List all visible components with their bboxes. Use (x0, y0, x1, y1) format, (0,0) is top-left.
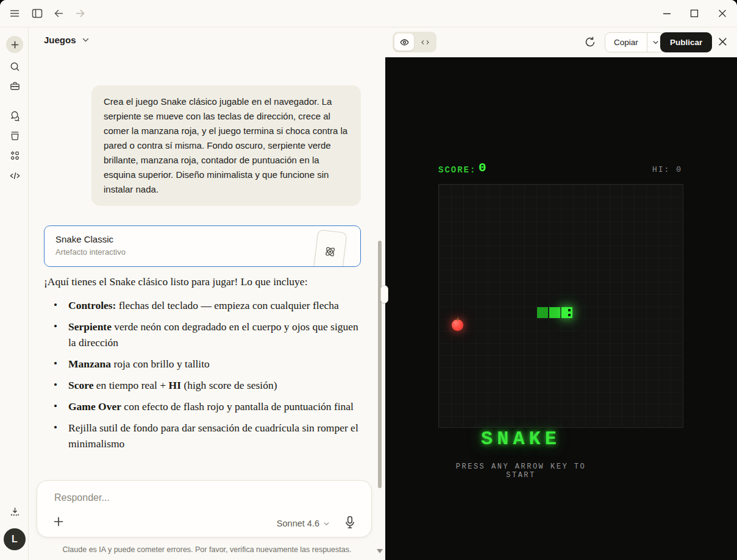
user-message: Crea el juego Snake clásico jugable en e… (91, 85, 361, 206)
snake-segment (549, 307, 560, 318)
app-window: L Juegos Crea el juego Snake clásico jug… (0, 0, 737, 560)
list-item: Manzana roja con brillo y tallito (44, 356, 367, 372)
refresh-icon[interactable] (583, 35, 597, 49)
chevron-down-icon (323, 520, 330, 527)
close-artifact-icon[interactable] (716, 35, 729, 48)
new-chat-icon[interactable] (6, 36, 23, 53)
titlebar (0, 0, 737, 27)
forward-icon[interactable] (74, 7, 86, 19)
window-close-icon[interactable] (716, 7, 728, 19)
projects-icon[interactable] (6, 127, 23, 144)
view-toggle (393, 32, 436, 52)
model-label: Sonnet 4.6 (277, 519, 319, 528)
score-value: 0 (479, 161, 486, 175)
avatar[interactable]: L (4, 528, 26, 550)
scroll-down-arrow[interactable] (377, 549, 383, 553)
sidebar-toggle-icon[interactable] (31, 7, 43, 19)
list-item: Score en tiempo real + HI (high score de… (44, 377, 367, 393)
back-icon[interactable] (53, 7, 65, 19)
code-view-icon[interactable] (415, 34, 435, 51)
game-board (438, 184, 683, 428)
sidebar: L (0, 27, 29, 560)
atom-icon (322, 244, 338, 260)
list-item: Serpiente verde neón con degradado en el… (44, 319, 367, 350)
copy-button-label: Copiar (605, 38, 647, 47)
snake-head (561, 307, 572, 318)
game-title: SNAKE (438, 428, 603, 450)
artifact-toolbar: Copiar Publicar (385, 27, 737, 57)
artifact-panel: Copiar Publicar SCORE: 0 HI: 0 SNAKE (385, 27, 737, 560)
panel-resize-handle[interactable] (380, 285, 388, 303)
reply-composer[interactable]: Responder... Sonnet 4.6 (37, 480, 372, 537)
score-label: SCORE: (438, 165, 476, 175)
code-icon[interactable] (6, 167, 23, 184)
snake-segment (537, 307, 548, 318)
list-item: Rejilla sutil de fondo para dar sensació… (44, 420, 367, 452)
chat-scrollbar[interactable] (378, 241, 382, 488)
artifact-card-subtitle: Artefacto interactivo (55, 247, 126, 257)
game-caption: SNAKE PRESS ANY ARROW KEY TO START (438, 428, 603, 480)
assistant-bullet-list: Controles: flechas del teclado — empieza… (44, 297, 367, 457)
game-start-hint: PRESS ANY ARROW KEY TO START (438, 463, 603, 480)
list-item: Game Over con efecto de flash rojo y pan… (44, 399, 367, 414)
avatar-letter: L (12, 534, 18, 545)
window-maximize-icon[interactable] (688, 7, 700, 19)
attach-icon[interactable] (52, 515, 65, 528)
list-item: Controles: flechas del teclado — empieza… (44, 297, 367, 313)
reply-input[interactable]: Responder... (54, 492, 110, 503)
chats-icon[interactable] (6, 107, 23, 124)
microphone-icon[interactable] (343, 515, 357, 530)
publish-button[interactable]: Publicar (660, 32, 712, 52)
high-score: HI: 0 (652, 165, 682, 174)
toolbox-icon[interactable] (6, 77, 23, 94)
preview-eye-icon[interactable] (394, 34, 414, 51)
publish-button-label: Publicar (670, 38, 702, 47)
conversation-title: Juegos (44, 35, 76, 45)
artifact-thumbnail (312, 229, 347, 267)
window-minimize-icon[interactable] (661, 7, 673, 19)
menu-icon[interactable] (9, 7, 21, 19)
download-icon[interactable] (6, 503, 23, 520)
chevron-down-icon (82, 36, 90, 44)
chat-panel: Juegos Crea el juego Snake clásico jugab… (29, 27, 385, 560)
snake-game-preview[interactable]: SCORE: 0 HI: 0 SNAKE PRESS ANY ARROW KEY… (385, 57, 737, 560)
copy-button[interactable]: Copiar (605, 32, 665, 52)
artifact-card-title: Snake Classic (55, 234, 113, 244)
ai-disclaimer: Claude es IA y puede cometer errores. Po… (29, 545, 385, 554)
assistant-intro: ¡Aquí tienes el Snake clásico listo para… (44, 274, 367, 289)
integrations-icon[interactable] (6, 147, 23, 164)
conversation-title-dropdown[interactable]: Juegos (44, 35, 90, 45)
search-icon[interactable] (6, 58, 23, 75)
artifact-card[interactable]: Snake Classic Artefacto interactivo (44, 225, 361, 267)
model-selector[interactable]: Sonnet 4.6 (277, 519, 330, 528)
game-hud: SCORE: 0 HI: 0 (438, 161, 683, 178)
apple (452, 319, 463, 331)
